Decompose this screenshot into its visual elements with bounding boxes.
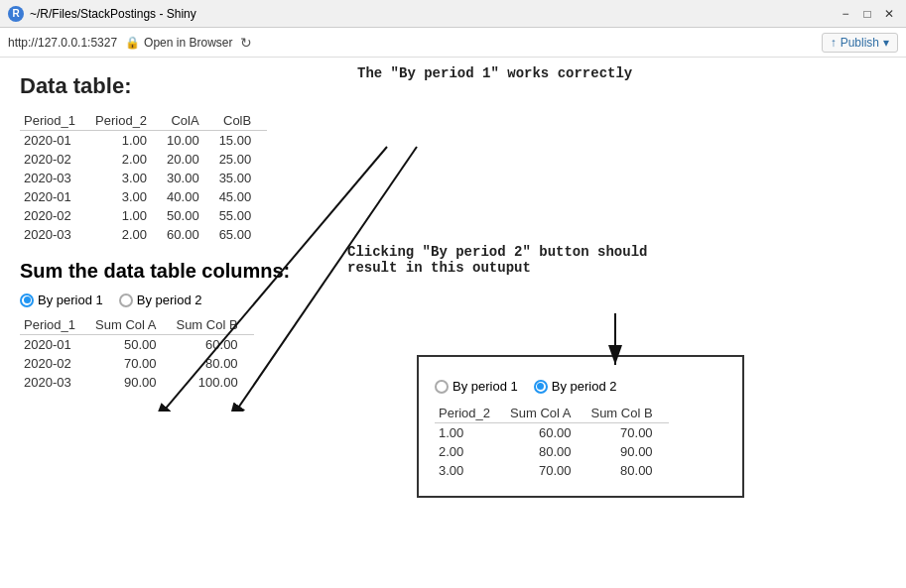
table-cell: 20.00 (163, 150, 215, 169)
table-row: 2020-0270.0080.00 (20, 354, 254, 373)
result-radio-period1-label: By period 1 (453, 379, 518, 394)
table-cell: 2020-03 (20, 225, 91, 244)
result-radio-period2-label: By period 2 (552, 379, 617, 394)
table-cell: 65.00 (215, 225, 268, 244)
annotation2: Clicking "By period 2" button should res… (347, 244, 647, 276)
sum-table-body: 2020-0150.0060.002020-0270.0080.002020-0… (20, 335, 254, 393)
result-radio-period1-circle (435, 380, 449, 394)
table-cell: 45.00 (215, 187, 268, 206)
result-table: Period_2 Sum Col A Sum Col B 1.0060.0070… (435, 404, 669, 480)
title-bar: R ~/R/Files/StackPostings - Shiny − □ ✕ (0, 0, 906, 28)
table-cell: 70.00 (506, 461, 586, 480)
table-cell: 2020-03 (20, 169, 91, 187)
result-col-period2: Period_2 (435, 404, 506, 423)
table-cell: 60.00 (506, 423, 586, 443)
radio-by-period2[interactable]: By period 2 (119, 293, 202, 307)
table-cell: 30.00 (163, 169, 215, 187)
table-row: 2020-011.0010.0015.00 (20, 131, 267, 151)
sum-col-a: Sum Col A (91, 315, 172, 335)
table-cell: 2020-01 (20, 131, 91, 151)
table-row: 2020-032.0060.0065.00 (20, 225, 267, 244)
table-cell: 60.00 (163, 225, 215, 244)
title-bar-left: R ~/R/Files/StackPostings - Shiny (8, 6, 196, 22)
maximize-button[interactable]: □ (858, 5, 876, 23)
annotation1: The "By period 1" works correctly (357, 65, 632, 81)
table-row: 2020-0390.00100.00 (20, 373, 254, 392)
table-cell: 60.00 (172, 335, 253, 355)
publish-chevron-icon: ▾ (883, 36, 889, 50)
table-cell: 2.00 (435, 442, 506, 461)
publish-icon: ↑ (831, 36, 837, 50)
table-cell: 40.00 (163, 187, 215, 206)
table-cell: 2.00 (91, 150, 163, 169)
radio-period1-circle (20, 294, 34, 307)
table-cell: 80.00 (586, 461, 668, 480)
result-radio-period2[interactable]: By period 2 (534, 379, 617, 394)
period-radio-group: By period 1 By period 2 (20, 293, 886, 307)
table-cell: 2020-01 (20, 187, 91, 206)
close-button[interactable]: ✕ (880, 5, 898, 23)
data-table-header-row: Period_1 Period_2 ColA ColB (20, 111, 267, 131)
url-display: http://127.0.0.1:5327 (8, 36, 117, 50)
main-content: Data table: Period_1 Period_2 ColA ColB … (0, 58, 906, 412)
table-row: 2020-013.0040.0045.00 (20, 187, 267, 206)
table-cell: 2020-01 (20, 335, 91, 355)
table-cell: 55.00 (215, 206, 268, 225)
sum-col-b: Sum Col B (172, 315, 253, 335)
table-cell: 3.00 (435, 461, 506, 480)
table-cell: 90.00 (91, 373, 172, 392)
radio-period1-label: By period 1 (38, 293, 103, 307)
table-cell: 80.00 (506, 442, 586, 461)
browser-icon: 🔒 (125, 36, 140, 50)
data-table-body: 2020-011.0010.0015.002020-022.0020.0025.… (20, 131, 267, 245)
publish-label: Publish (841, 36, 879, 50)
table-row: 1.0060.0070.00 (435, 423, 669, 443)
col-header-period1: Period_1 (20, 111, 91, 131)
table-cell: 70.00 (91, 354, 172, 373)
table-cell: 2020-02 (20, 206, 91, 225)
sum-col-period1: Period_1 (20, 315, 91, 335)
table-row: 3.0070.0080.00 (435, 461, 669, 480)
result-radio-period2-circle (534, 380, 548, 394)
table-cell: 2020-02 (20, 354, 91, 373)
col-header-period2: Period_2 (91, 111, 163, 131)
sum-table: Period_1 Sum Col A Sum Col B 2020-0150.0… (20, 315, 254, 392)
address-bar: http://127.0.0.1:5327 🔒 Open in Browser … (0, 28, 906, 58)
table-cell: 3.00 (91, 187, 163, 206)
table-cell: 1.00 (435, 423, 506, 443)
table-cell: 2020-03 (20, 373, 91, 392)
result-table-body: 1.0060.0070.002.0080.0090.003.0070.0080.… (435, 423, 669, 481)
table-cell: 2020-02 (20, 150, 91, 169)
title-bar-controls: − □ ✕ (837, 5, 898, 23)
table-row: 2020-022.0020.0025.00 (20, 150, 267, 169)
table-cell: 15.00 (215, 131, 268, 151)
table-cell: 50.00 (91, 335, 172, 355)
col-header-colb: ColB (215, 111, 268, 131)
result-radio-group: By period 1 By period 2 (435, 379, 726, 394)
open-browser-label: Open in Browser (144, 36, 232, 50)
table-cell: 1.00 (91, 206, 163, 225)
col-header-cola: ColA (163, 111, 215, 131)
data-table: Period_1 Period_2 ColA ColB 2020-011.001… (20, 111, 267, 244)
table-cell: 3.00 (91, 169, 163, 187)
table-cell: 70.00 (586, 423, 668, 443)
open-browser-button[interactable]: 🔒 Open in Browser (125, 36, 232, 50)
table-cell: 2.00 (91, 225, 163, 244)
publish-button[interactable]: ↑ Publish ▾ (822, 33, 898, 53)
minimize-button[interactable]: − (837, 5, 854, 23)
radio-by-period1[interactable]: By period 1 (20, 293, 103, 307)
table-cell: 50.00 (163, 206, 215, 225)
result-radio-period1[interactable]: By period 1 (435, 379, 518, 394)
table-cell: 80.00 (172, 354, 253, 373)
window-title: ~/R/Files/StackPostings - Shiny (30, 7, 196, 21)
table-cell: 25.00 (215, 150, 268, 169)
result-col-sum-a: Sum Col A (506, 404, 586, 423)
result-col-sum-b: Sum Col B (586, 404, 668, 423)
table-cell: 35.00 (215, 169, 268, 187)
refresh-button[interactable]: ↻ (240, 35, 252, 51)
radio-period2-circle (119, 294, 133, 307)
annotation2-line1: Clicking "By period 2" button should (347, 244, 647, 260)
table-cell: 90.00 (586, 442, 668, 461)
table-row: 2020-0150.0060.00 (20, 335, 254, 355)
sum-table-header-row: Period_1 Sum Col A Sum Col B (20, 315, 254, 335)
